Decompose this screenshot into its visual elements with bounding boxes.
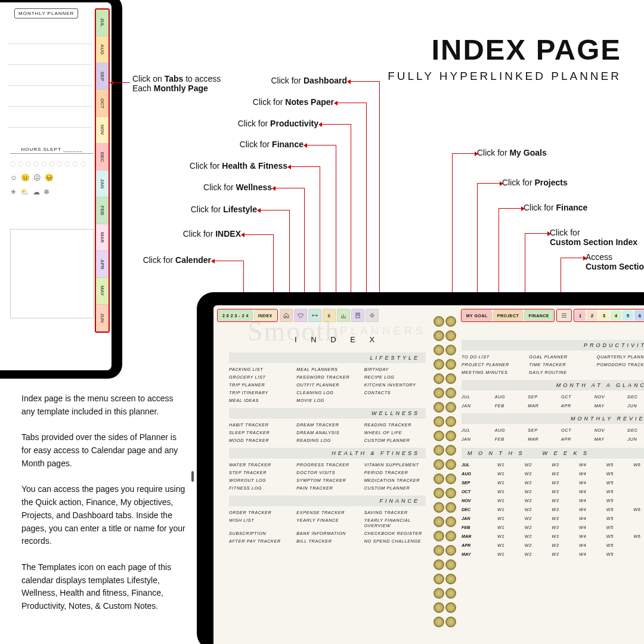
month-link-jun[interactable]: JUN: [627, 403, 644, 408]
mw-month-oct[interactable]: OCT: [462, 489, 495, 494]
index-link[interactable]: CHECKBOOK REGISTER: [364, 531, 426, 536]
index-link[interactable]: TRIP ITINERARY: [229, 390, 290, 395]
mw-week[interactable]: W4: [579, 462, 604, 467]
index-link[interactable]: BILL TRACKER: [296, 538, 358, 544]
month-link-sep[interactable]: SEP: [528, 394, 559, 400]
index-link[interactable]: CONTACTS: [364, 390, 426, 395]
index-link[interactable]: WORKOUT LOG: [229, 478, 290, 483]
mw-month-dec[interactable]: DEC: [462, 507, 495, 512]
index-link[interactable]: AFTER PAY TRACKER: [229, 538, 290, 544]
mw-week[interactable]: W1: [497, 498, 522, 503]
tab-202324[interactable]: 2 0 2 3 - 2 4: [218, 310, 253, 321]
index-link[interactable]: YEARLY FINANCE: [296, 518, 358, 528]
heart-icon[interactable]: [294, 309, 307, 322]
money-icon[interactable]: $: [323, 309, 336, 322]
month-link-aug[interactable]: AUG: [495, 394, 526, 400]
tab-index[interactable]: INDEX: [254, 310, 277, 321]
index-link[interactable]: QUARTERLY PLANNER: [597, 354, 644, 360]
mw-week[interactable]: W5: [606, 534, 631, 539]
month-tab-oct[interactable]: OCT: [96, 90, 109, 117]
month-link-apr[interactable]: APR: [561, 436, 592, 442]
mw-week[interactable]: W3: [552, 471, 577, 476]
mw-week[interactable]: W3: [552, 552, 577, 557]
mw-week[interactable]: W2: [525, 507, 550, 512]
index-link[interactable]: WATER TRACKER: [229, 462, 290, 467]
mw-month-apr[interactable]: APR: [462, 543, 495, 548]
mw-week[interactable]: W5: [606, 516, 631, 521]
mw-week[interactable]: W1: [497, 462, 522, 467]
index-link[interactable]: ORDER TRACKER: [229, 510, 290, 515]
mw-week[interactable]: W4: [579, 489, 604, 494]
mw-week[interactable]: W5: [606, 543, 631, 548]
month-tab-jan[interactable]: JAN: [96, 171, 109, 197]
month-link-nov[interactable]: NOV: [595, 394, 626, 400]
index-link[interactable]: READING TRACKER: [364, 422, 426, 428]
index-link[interactable]: MEAL IDEAS: [229, 398, 290, 403]
chart-icon[interactable]: [337, 309, 350, 322]
index-link[interactable]: GROCERY LIST: [229, 374, 290, 380]
list-icon[interactable]: [558, 310, 571, 321]
month-link-nov[interactable]: NOV: [595, 428, 626, 433]
mw-week[interactable]: W4: [579, 543, 604, 548]
tab-custom-6[interactable]: 6: [634, 310, 644, 321]
mw-week[interactable]: W4: [579, 471, 604, 476]
mw-week[interactable]: W4: [579, 498, 604, 503]
mw-week[interactable]: W2: [525, 462, 550, 467]
mw-week[interactable]: W2: [525, 525, 550, 530]
mw-week[interactable]: W2: [525, 480, 550, 485]
month-tab-may[interactable]: MAY: [96, 278, 109, 305]
month-link-may[interactable]: MAY: [595, 436, 626, 442]
index-link[interactable]: RECIPE LOG: [364, 374, 426, 380]
mw-week[interactable]: W1: [497, 516, 522, 521]
index-link[interactable]: WISH LIST: [229, 518, 290, 528]
mw-week[interactable]: W5: [606, 489, 631, 494]
index-link[interactable]: BANK INFORMATION: [296, 531, 358, 536]
home-icon[interactable]: [280, 309, 293, 322]
month-link-jul[interactable]: JUL: [462, 428, 493, 433]
mw-week[interactable]: W3: [552, 543, 577, 548]
mw-month-feb[interactable]: FEB: [462, 525, 495, 530]
month-tab-dec[interactable]: DEC: [96, 144, 109, 171]
mw-week[interactable]: W3: [552, 534, 577, 539]
mw-week[interactable]: W1: [497, 543, 522, 548]
mw-week[interactable]: W4: [579, 552, 604, 557]
mw-week[interactable]: W4: [579, 525, 604, 530]
month-tab-mar[interactable]: MAR: [96, 224, 109, 251]
mw-week[interactable]: W2: [525, 534, 550, 539]
mw-week[interactable]: W4: [579, 516, 604, 521]
month-link-sep[interactable]: SEP: [528, 428, 559, 433]
month-link-jun[interactable]: JUN: [627, 436, 644, 442]
mw-week[interactable]: W6: [633, 507, 644, 512]
index-link[interactable]: READING LOG: [296, 438, 358, 443]
index-link[interactable]: CUSTOM PLANNER: [364, 438, 426, 443]
index-link[interactable]: FITNESS LOG: [229, 485, 290, 491]
mw-week[interactable]: W3: [552, 489, 577, 494]
mw-week[interactable]: W3: [552, 462, 577, 467]
mw-week[interactable]: W1: [497, 471, 522, 476]
mw-week[interactable]: W1: [497, 507, 522, 512]
mw-week[interactable]: W4: [579, 534, 604, 539]
index-link[interactable]: SYMPTOM TRACKER: [296, 478, 358, 483]
mw-week[interactable]: W1: [497, 525, 522, 530]
index-link[interactable]: NO SPEND CHALLENGE: [364, 538, 426, 544]
monthly-planner-button[interactable]: MONTHLY PLANNER: [14, 8, 78, 18]
index-link[interactable]: STEP TRACKER: [229, 470, 290, 475]
index-link[interactable]: GOAL PLANNER: [529, 354, 590, 360]
mw-month-mar[interactable]: MAR: [462, 534, 495, 539]
mw-week[interactable]: W3: [552, 498, 577, 503]
mw-week[interactable]: W6: [633, 462, 644, 467]
mw-week[interactable]: W5: [606, 552, 631, 557]
index-link[interactable]: DOCTOR VISITS: [296, 470, 358, 475]
index-link[interactable]: MEETING MINUTES: [462, 370, 523, 375]
month-link-apr[interactable]: APR: [561, 403, 592, 408]
index-link[interactable]: TIME TRACKER: [529, 362, 590, 367]
index-link[interactable]: PERIOD TRACKER: [364, 470, 426, 475]
gear-icon[interactable]: [366, 309, 379, 322]
mw-week[interactable]: W5: [606, 507, 631, 512]
index-link[interactable]: BIRTHDAY: [364, 367, 426, 372]
notes-icon[interactable]: [351, 309, 364, 322]
mw-month-may[interactable]: MAY: [462, 552, 495, 557]
tab-custom-5[interactable]: 5: [623, 310, 633, 321]
mw-month-jan[interactable]: JAN: [462, 516, 495, 521]
month-link-mar[interactable]: MAR: [528, 436, 559, 442]
